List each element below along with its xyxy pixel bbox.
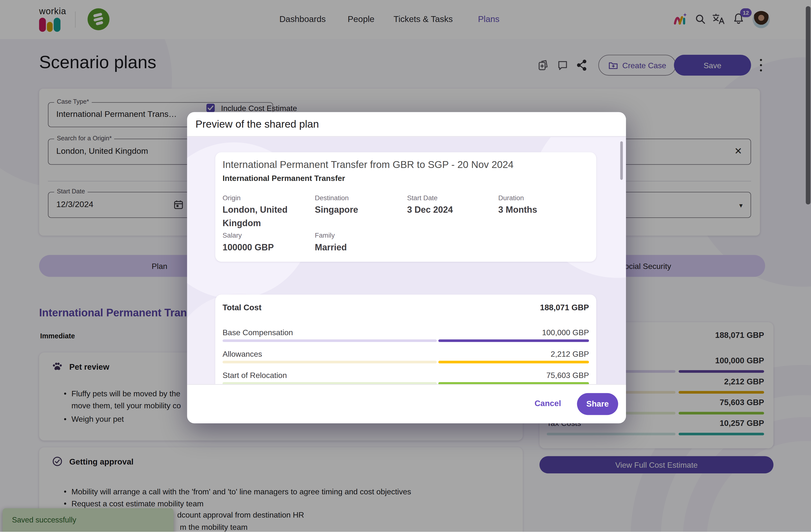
share-button[interactable]: Share [577,393,618,415]
plan-title: International Permanent Transfer from GB… [223,159,514,170]
cost-row-label: Start of Relocation [223,371,287,379]
field-value: Singapore [315,203,358,217]
modal-title: Preview of the shared plan [196,118,319,130]
total-cost-value: 188,071 GBP [540,303,589,312]
field-label: Salary [223,231,242,239]
total-cost-label: Total Cost [223,303,262,312]
cost-row-label: Allowances [223,349,262,358]
plan-type: International Permanent Transfer [223,173,345,182]
cost-bar-fill [438,382,589,384]
cost-bar-track [223,382,437,384]
share-preview-modal: Preview of the shared plan International… [187,112,626,423]
field-value: Married [315,241,347,254]
cost-bar-fill [438,361,589,364]
field-label: Family [315,231,335,239]
scenario-plans-page: workia Dashboards People Tickets & Tasks… [0,0,811,532]
cost-bar-track [223,361,437,364]
cost-row-label: Base Compensation [223,328,293,337]
cancel-button[interactable]: Cancel [527,399,569,408]
field-value: London, United Kingdom [223,203,301,230]
field-label: Start Date [407,194,438,202]
modal-footer: Cancel Share [187,384,626,423]
cost-row-value: 2,212 GBP [551,349,589,358]
field-value: 3 Dec 2024 [407,203,453,217]
modal-scrollbar[interactable] [621,141,623,180]
plan-info-card: International Permanent Transfer from GB… [215,152,596,262]
field-label: Destination [315,194,349,202]
modal-header: Preview of the shared plan [187,112,626,136]
field-value: 100000 GBP [223,241,274,254]
viewport: workia Dashboards People Tickets & Tasks… [0,0,811,532]
field-value: 3 Months [499,203,537,217]
cost-row-value: 75,603 GBP [546,371,589,379]
cost-bar-track [223,339,437,342]
cost-breakdown-card: Total Cost 188,071 GBP Base Compensation… [215,294,596,384]
field-label: Origin [223,194,241,202]
modal-content: International Permanent Transfer from GB… [187,137,626,384]
cost-bar-fill [438,339,589,342]
cost-row-value: 100,000 GBP [542,328,589,337]
field-label: Duration [499,194,524,202]
